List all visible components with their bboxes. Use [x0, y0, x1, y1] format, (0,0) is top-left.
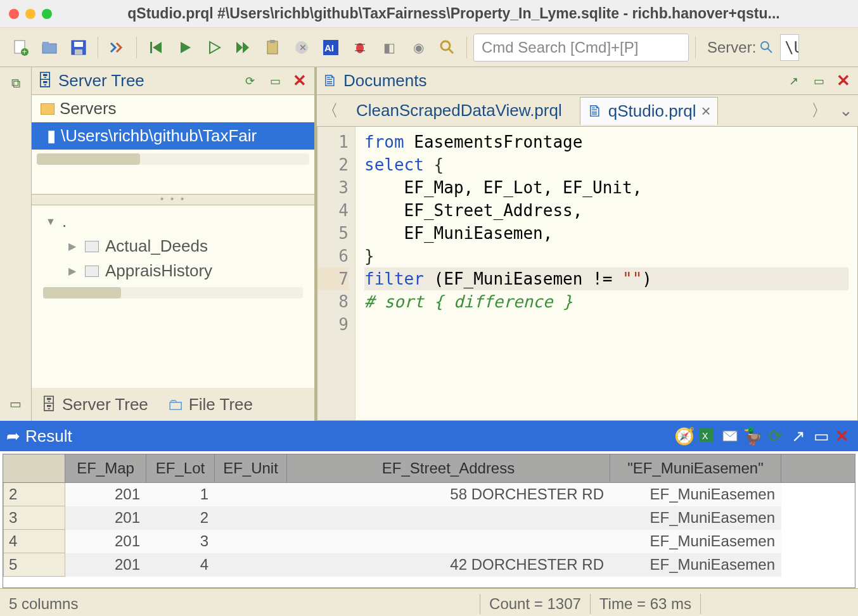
cell[interactable]: EF_MuniEasemen: [610, 506, 781, 530]
table-row[interactable]: 5201442 DORCHESTER RDEF_MuniEasemen: [3, 553, 855, 577]
cell[interactable]: [215, 553, 287, 577]
column-header[interactable]: EF_Street_Address: [287, 454, 610, 482]
close-icon[interactable]: ✕: [834, 71, 853, 91]
column-header[interactable]: EF_Map: [65, 454, 146, 482]
table-icon: [85, 241, 99, 252]
svg-text:AI: AI: [324, 42, 334, 53]
folder-icon: [41, 103, 54, 115]
svg-marker-10: [181, 42, 191, 53]
cell[interactable]: EF_MuniEasemen: [610, 530, 781, 553]
ai-icon[interactable]: AI: [318, 35, 343, 60]
duck-icon[interactable]: 🦆: [744, 427, 762, 445]
database-icon: 🗄: [37, 71, 53, 91]
window-icon[interactable]: ▭: [265, 71, 285, 91]
cell[interactable]: 201: [65, 530, 146, 553]
result-header: ➦ Result 🧭 X 🦆 ⟳ ↗ ▭ ✕: [0, 421, 858, 451]
table-row[interactable]: 42013EF_MuniEasemen: [3, 530, 855, 553]
column-header[interactable]: "EF_MuniEasemen": [610, 454, 781, 482]
cell[interactable]: EF_MuniEasemen: [610, 553, 781, 577]
cell[interactable]: 201: [65, 506, 146, 530]
cell[interactable]: 201: [65, 483, 146, 506]
svg-text:X: X: [702, 431, 708, 441]
table-header: EF_Map EF_Lot EF_Unit EF_Street_Address …: [3, 454, 855, 483]
cell[interactable]: 3: [146, 530, 215, 553]
table-row[interactable]: ▶Actual_Deeds: [38, 234, 308, 259]
table-list: ▼. ▶Actual_Deeds ▶AppraisHistory: [32, 205, 314, 302]
cell[interactable]: 2: [146, 506, 215, 530]
search-placeholder: Cmd Search [Cmd]+[P]: [482, 39, 638, 56]
cell[interactable]: [215, 530, 287, 553]
save-icon[interactable]: [66, 35, 91, 60]
code-editor[interactable]: from EasementsFrontage select { EF_Map, …: [355, 127, 857, 420]
clipboard-icon[interactable]: [260, 35, 285, 60]
servers-root[interactable]: Servers: [32, 95, 314, 122]
mail-icon[interactable]: [721, 427, 739, 445]
cell[interactable]: EF_MuniEasemen: [610, 483, 781, 506]
popout-icon[interactable]: ↗: [783, 71, 804, 91]
cell[interactable]: 58 DORCHESTER RD: [287, 483, 610, 506]
refresh-globe-icon[interactable]: ◉: [406, 35, 431, 60]
popout-icon[interactable]: ↗: [790, 427, 807, 445]
command-search-input[interactable]: Cmd Search [Cmd]+[P]: [473, 34, 689, 61]
close-window-button[interactable]: [9, 9, 19, 19]
selected-server-node[interactable]: ▮ \Users\richb\github\TaxFair: [32, 122, 314, 150]
row-header: 2: [3, 483, 65, 506]
tree-splitter[interactable]: [32, 194, 314, 205]
row-header: 5: [3, 553, 65, 577]
horizontal-scrollbar[interactable]: [37, 153, 309, 165]
subtree-root[interactable]: ▼.: [38, 209, 308, 234]
column-header[interactable]: EF_Lot: [146, 454, 215, 482]
cell[interactable]: 4: [146, 553, 215, 577]
duplicate-icon[interactable]: ⧉: [5, 72, 27, 94]
server-field[interactable]: \U: [780, 34, 799, 61]
tab-close-icon[interactable]: ×: [701, 101, 711, 121]
cell[interactable]: [215, 483, 287, 506]
connect-icon[interactable]: [105, 35, 130, 60]
close-icon[interactable]: ✕: [833, 427, 852, 446]
window-icon[interactable]: ▭: [809, 71, 829, 91]
next-tab-icon[interactable]: 〉: [811, 99, 828, 122]
cell[interactable]: 1: [146, 483, 215, 506]
table-row[interactable]: 2201158 DORCHESTER RDEF_MuniEasemen: [3, 483, 855, 506]
excel-icon[interactable]: X: [698, 427, 716, 445]
table-row[interactable]: 32012EF_MuniEasemen: [3, 506, 855, 530]
bug-icon[interactable]: [347, 35, 373, 60]
cell[interactable]: 201: [65, 553, 146, 577]
server-tree-tab[interactable]: 🗄Server Tree: [41, 395, 148, 414]
cell[interactable]: [287, 530, 610, 553]
refresh-icon[interactable]: ⟳: [767, 427, 784, 445]
dropdown-icon[interactable]: ⌄: [839, 101, 853, 120]
horizontal-scrollbar[interactable]: [43, 287, 303, 298]
prev-tab-icon[interactable]: 〈: [322, 99, 338, 122]
new-file-icon[interactable]: +: [8, 35, 33, 60]
minimize-window-button[interactable]: [25, 9, 35, 19]
skip-start-icon[interactable]: [143, 35, 169, 60]
time-status: Time = 63 ms: [599, 595, 691, 613]
active-tab[interactable]: 🗎 qStudio.prql ×: [580, 97, 718, 125]
cell[interactable]: [287, 506, 610, 530]
nav-icon[interactable]: 🧭: [676, 427, 693, 445]
db-icon: 🗄: [41, 395, 57, 414]
file-tree-tab[interactable]: 🗀File Tree: [167, 395, 253, 414]
table-row[interactable]: ▶AppraisHistory: [38, 259, 308, 283]
main-toolbar: + ✕ AI ◧ ◉ Cmd Search [Cmd]+[P] Server: …: [0, 28, 858, 67]
result-title: Result: [25, 427, 72, 446]
play-icon[interactable]: [172, 35, 198, 60]
fast-forward-icon[interactable]: [231, 35, 256, 60]
window-icon[interactable]: ▭: [812, 427, 830, 445]
cell[interactable]: 42 DORCHESTER RD: [287, 553, 610, 577]
column-header[interactable]: EF_Unit: [215, 454, 287, 482]
play-outline-icon[interactable]: [202, 35, 227, 60]
server-search-icon[interactable]: [760, 41, 774, 55]
search-db-icon[interactable]: [435, 35, 460, 60]
stop-icon[interactable]: ✕: [289, 35, 314, 60]
plugin-icon[interactable]: ◧: [376, 35, 402, 60]
open-file-icon[interactable]: [37, 35, 62, 60]
zoom-window-button[interactable]: [42, 9, 52, 19]
cell[interactable]: [215, 506, 287, 530]
panel-icon[interactable]: ▭: [5, 393, 27, 414]
refresh-icon[interactable]: ⟳: [240, 71, 260, 91]
inactive-tab[interactable]: CleanScrapedDataView.prql: [350, 97, 568, 124]
close-icon[interactable]: ✕: [290, 71, 309, 91]
svg-line-24: [449, 49, 453, 53]
